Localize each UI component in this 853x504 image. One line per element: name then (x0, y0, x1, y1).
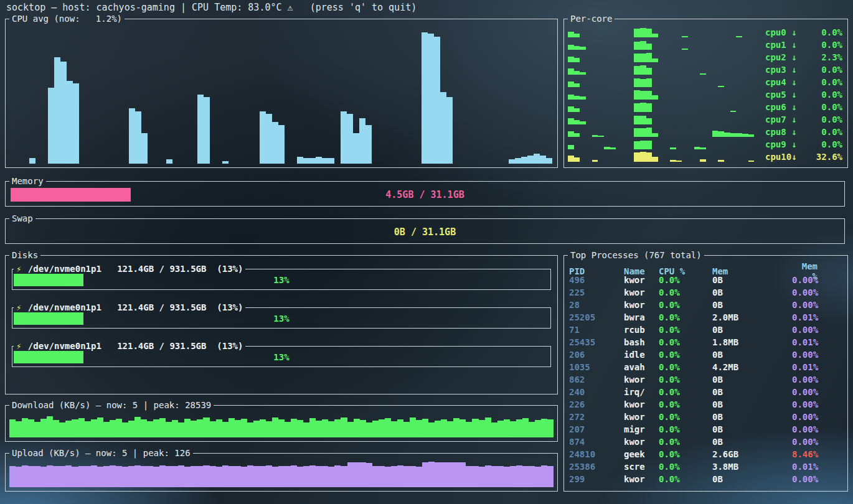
chart-bar (379, 419, 385, 437)
process-cpu: 0.0% (659, 300, 712, 310)
chart-bar (410, 466, 416, 487)
chart-bar (568, 32, 574, 37)
chart-bar (574, 71, 580, 75)
chart-bar (78, 466, 85, 487)
core-sparkline (568, 77, 760, 87)
core-value: 0.0% (821, 40, 842, 50)
cpu-avg-title: CPU avg (now: 1.2%) (9, 14, 125, 24)
chart-bar (222, 465, 229, 487)
chart-bar (479, 420, 485, 437)
chart-bar (110, 420, 116, 437)
core-sparkline (568, 127, 760, 137)
chart-bar (700, 147, 706, 149)
chart-bar (634, 90, 640, 100)
chart-bar (453, 418, 459, 437)
chart-bar (640, 141, 646, 149)
chart-bar (652, 157, 658, 162)
chart-bar (676, 161, 682, 162)
chart-bar (285, 422, 291, 437)
chart-bar (580, 121, 586, 124)
process-row: 28kwor0.0%0B0.00% (569, 299, 842, 311)
chart-bar (385, 467, 391, 487)
chart-bar (646, 103, 653, 112)
chart-bar (272, 418, 278, 437)
chart-bar (210, 466, 216, 487)
core-value: 32.6% (816, 152, 842, 162)
chart-bar (724, 133, 730, 137)
chart-bar (634, 103, 640, 112)
chart-bar (574, 83, 580, 87)
core-row-cpu1: cpu1 ↓0.0% (568, 39, 842, 51)
chart-bar (640, 91, 646, 100)
process-mem: 0B (712, 474, 792, 484)
chart-bar (397, 465, 403, 487)
chart-bar (640, 65, 646, 75)
process-row: 874kwor0.0%0B0.00% (569, 436, 842, 448)
chart-bar (646, 44, 653, 50)
chart-bar (54, 57, 60, 164)
chart-bar (247, 465, 253, 487)
swap-gauge: 0B / 31.1GB (11, 225, 839, 240)
process-mem-percent: 0.00% (792, 437, 843, 447)
chart-bar (353, 133, 359, 164)
chart-bar (634, 78, 640, 87)
chart-bar (334, 419, 341, 437)
process-mem-percent: 0.00% (792, 424, 843, 434)
chart-bar (447, 462, 453, 487)
chart-bar (322, 466, 328, 487)
process-pid: 299 (569, 474, 624, 484)
process-row: 496kwor0.0%0B0.00% (569, 274, 842, 286)
chart-bar (403, 466, 410, 487)
process-table: PIDNameCPU %MemMem %496kwor0.0%0B0.00%22… (569, 261, 842, 485)
process-name: scre (624, 462, 659, 472)
chart-bar (670, 147, 676, 149)
process-mem: 0B (712, 412, 792, 422)
chart-bar (222, 161, 229, 164)
chart-bar (285, 466, 291, 487)
chart-bar (646, 53, 653, 62)
upload-panel: Upload (KB/s) — now: 5 | peak: 126 (5, 448, 558, 492)
disk-usage-percent: 13% (14, 274, 549, 286)
process-row: 862kwor0.0%0B0.00% (569, 373, 842, 386)
chart-bar (700, 159, 706, 162)
process-name: kwor (624, 300, 659, 310)
chart-bar (428, 34, 434, 164)
process-mem: 2.6GB (712, 449, 792, 459)
chart-bar (574, 58, 580, 62)
disks-title: Disks (9, 250, 40, 260)
processes-panel: Top Processes (767 total) PIDNameCPU %Me… (563, 250, 848, 492)
process-mem: 0B (712, 387, 792, 397)
chart-bar (574, 120, 580, 124)
process-mem: 0B (712, 287, 792, 297)
chart-bar (534, 154, 540, 164)
chart-bar (652, 133, 658, 137)
chart-bar (47, 465, 53, 487)
process-mem-percent: 0.01% (792, 337, 843, 347)
chart-bar (360, 420, 366, 437)
process-name: kwor (624, 375, 659, 385)
chart-bar (197, 419, 203, 437)
chart-bar (203, 418, 209, 437)
chart-bar (91, 419, 97, 437)
chart-bar (122, 422, 128, 437)
chart-bar (65, 465, 72, 487)
process-mem-percent: 0.00% (792, 287, 843, 297)
process-pid: 25435 (569, 337, 624, 347)
chart-bar (592, 135, 598, 137)
disk-label: ⚡ /dev/nvme0n1p1 121.4GB / 931.5GB (13%) (14, 302, 245, 312)
chart-bar (416, 420, 422, 437)
core-row-cpu7: cpu7 ↓0.0% (568, 113, 842, 126)
process-mem-percent: 0.01% (792, 362, 843, 372)
chart-bar (568, 156, 574, 162)
chart-bar (197, 466, 203, 487)
chart-bar (682, 49, 688, 50)
chart-bar (435, 462, 441, 488)
chart-bar (309, 158, 316, 164)
process-name: geek (624, 449, 659, 459)
process-name: irq/ (624, 387, 659, 397)
chart-bar (229, 466, 235, 487)
chart-bar (604, 147, 610, 149)
chart-bar (366, 422, 372, 437)
chart-bar (574, 157, 580, 162)
download-panel: Download (KB/s) — now: 5 | peak: 28539 (5, 400, 558, 442)
